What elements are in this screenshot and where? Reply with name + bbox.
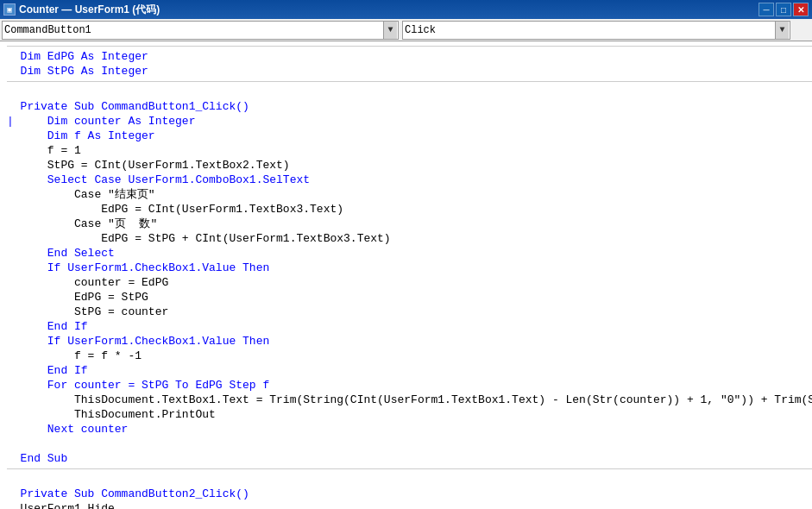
code-separator [7, 81, 812, 82]
code-line: Private Sub CommandButton1_Click() [7, 99, 812, 114]
code-editor[interactable]: Dim EdPG As Integer Dim StPG As Integer … [0, 41, 812, 509]
code-line: Case "结束页" [7, 187, 812, 202]
code-content: Dim EdPG As Integer Dim StPG As Integer … [0, 41, 812, 509]
close-button[interactable]: ✕ [793, 3, 809, 16]
code-separator [7, 46, 812, 47]
window-title: Counter — UserForm1 (代码) [19, 3, 160, 17]
code-line: Case "页 数" [7, 217, 812, 231]
code-line: counter = EdPG [7, 275, 812, 290]
title-bar: ▣ Counter — UserForm1 (代码) ─ □ ✕ [0, 0, 812, 19]
code-line: End Select [7, 246, 812, 261]
code-line: Dim EdPG As Integer [7, 49, 812, 64]
code-line: Dim StPG As Integer [7, 64, 812, 79]
code-line: UserForm1.Hide [7, 501, 812, 509]
code-line: Dim f As Integer [7, 129, 812, 143]
procedure-selector[interactable]: Click [402, 21, 790, 40]
object-selector-wrapper: CommandButton1 ▼ [2, 21, 399, 40]
code-line: StPG = counter [7, 305, 812, 319]
code-line [7, 85, 812, 99]
code-separator [7, 468, 812, 469]
code-line: ThisDocument.TextBox1.Text = Trim(String… [7, 393, 812, 407]
minimize-button[interactable]: ─ [758, 3, 774, 16]
code-line [7, 472, 812, 487]
code-line: For counter = StPG To EdPG Step f [7, 378, 812, 393]
code-line: | Dim counter As Integer [7, 114, 812, 129]
code-line: f = 1 [7, 143, 812, 158]
object-selector[interactable]: CommandButton1 [2, 21, 399, 40]
code-line: ThisDocument.PrintOut [7, 407, 812, 422]
code-line: End If [7, 363, 812, 378]
app-icon: ▣ [3, 3, 16, 16]
code-line: End If [7, 319, 812, 334]
code-line: End Sub [7, 451, 812, 466]
code-line: If UserForm1.CheckBox1.Value Then [7, 334, 812, 349]
toolbar: CommandButton1 ▼ Click ▼ [0, 19, 812, 41]
code-line: Select Case UserForm1.ComboBox1.SelText [7, 173, 812, 187]
code-line: Next counter [7, 422, 812, 437]
code-line: If UserForm1.CheckBox1.Value Then [7, 261, 812, 275]
code-line [7, 437, 812, 451]
code-line: StPG = CInt(UserForm1.TextBox2.Text) [7, 158, 812, 173]
title-buttons: ─ □ ✕ [758, 3, 809, 16]
code-line: EdPG = CInt(UserForm1.TextBox3.Text) [7, 202, 812, 217]
procedure-selector-wrapper: Click ▼ [402, 21, 790, 40]
code-line: EdPG = StPG [7, 290, 812, 305]
code-line: Private Sub CommandButton2_Click() [7, 487, 812, 501]
code-line: f = f * -1 [7, 349, 812, 363]
code-line: EdPG = StPG + CInt(UserForm1.TextBox3.Te… [7, 231, 812, 246]
title-bar-left: ▣ Counter — UserForm1 (代码) [3, 3, 160, 17]
maximize-button[interactable]: □ [776, 3, 791, 16]
